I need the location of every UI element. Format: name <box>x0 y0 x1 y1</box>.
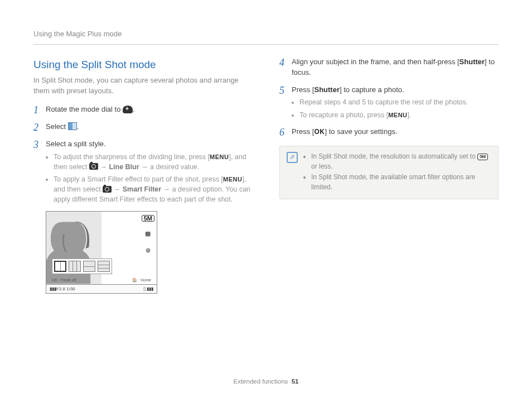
note-box: In Split Shot mode, the resolution is au… <box>279 146 499 199</box>
step-number: 3 <box>33 137 38 152</box>
step-1: 1 Rotate the mode dial to . <box>33 104 253 115</box>
step-number: 1 <box>33 103 38 117</box>
step-3: 3 Select a split style. To adjust the sh… <box>33 139 253 204</box>
step-text-post: . <box>77 122 79 131</box>
t: ]. <box>408 111 412 119</box>
step-number: 2 <box>33 120 38 135</box>
section-title: Using the Split Shot mode <box>33 57 253 73</box>
illus-status-bar: ▮▮▮ F2.8 1/30 ▯ ▮▮▮ <box>46 284 157 293</box>
camera-screen-illustration: 5M ▦ ⊛ OK : Panel off 🏠 : Home <box>46 211 157 294</box>
step-text: Rotate the mode dial to <box>46 105 123 113</box>
t: a desired value. <box>150 163 199 171</box>
arrow: → <box>139 163 150 171</box>
step-4: 4 Align your subject in the frame, and t… <box>279 57 499 78</box>
step-2: 2 Select . <box>33 122 253 132</box>
t: To adjust the sharpness of the dividing … <box>54 153 210 161</box>
note-2: In Split Shot mode, the available smart … <box>311 173 491 192</box>
menu-label: MENU <box>223 176 242 183</box>
split-shot-icon <box>68 122 77 130</box>
arrow: → <box>98 163 109 171</box>
side-status-icons: 5M ▦ ⊛ <box>142 215 154 255</box>
footer-section: Extended functions <box>233 378 288 385</box>
hint-row: OK : Panel off 🏠 : Home <box>52 277 151 283</box>
shutter-label: Shutter <box>314 85 340 94</box>
t: Align your subject in the frame, and the… <box>292 58 460 66</box>
note-1: In Split Shot mode, the resolution is au… <box>311 152 491 171</box>
step-3-bullet-1: To adjust the sharpness of the dividing … <box>54 152 253 172</box>
resolution-icon: 5M <box>477 154 488 160</box>
storage-icon: ▯ ▮▮▮ <box>143 286 153 293</box>
step-number: 4 <box>279 55 284 70</box>
intro-text: In Split Shot mode, you can capture seve… <box>33 75 253 97</box>
t: Press [ <box>292 127 314 136</box>
shutter-label: Shutter <box>460 58 485 66</box>
hint-home: 🏠 : Home <box>132 277 151 283</box>
step-number: 5 <box>279 83 284 98</box>
flash-icon: ⊛ <box>146 246 151 255</box>
arrow: → <box>161 185 172 193</box>
step-6: 6 Press [OK] to save your settings. <box>279 127 499 137</box>
magic-plus-icon <box>123 106 133 113</box>
menu-label: MENU <box>388 112 407 118</box>
step-text: Select <box>46 122 68 131</box>
battery-left-icon: ▮▮▮ <box>50 286 56 293</box>
step-5-sub1: Repeat steps 4 and 5 to capture the rest… <box>299 97 499 107</box>
layout-options <box>52 259 112 274</box>
step-number: 6 <box>279 125 284 140</box>
smart-filter-label: Smart Filter <box>123 185 161 193</box>
menu-label: MENU <box>210 154 229 160</box>
t: To apply a Smart Filter effect to part o… <box>54 175 223 183</box>
step-text: Select a split style. <box>46 140 106 148</box>
right-column: 4 Align your subject in the frame, and t… <box>279 57 499 294</box>
page-number: 51 <box>292 378 299 385</box>
t: ] to capture a photo. <box>340 85 404 94</box>
page-footer: Extended functions 51 <box>0 377 532 386</box>
layout-v3 <box>69 261 81 272</box>
t: In Split Shot mode, the resolution is au… <box>311 152 477 160</box>
layout-h2 <box>83 261 95 272</box>
step-5: 5 Press [Shutter] to capture a photo. Re… <box>279 85 499 120</box>
t: To recapture a photo, press [ <box>299 111 388 119</box>
ok-label: OK <box>314 128 325 136</box>
step-3-bullet-2: To apply a Smart Filter effect to part o… <box>54 174 253 204</box>
arrow: → <box>112 185 122 193</box>
divider <box>33 44 499 45</box>
left-column: Using the Split Shot mode In Split Shot … <box>33 57 253 294</box>
quality-icon: ▦ <box>145 229 151 238</box>
resolution-icon: 5M <box>142 215 154 222</box>
t: or less. <box>311 162 333 170</box>
layout-h3 <box>98 261 110 272</box>
line-blur-label: Line Blur <box>109 163 139 171</box>
camera-icon <box>89 163 98 170</box>
t: ] to save your settings. <box>325 127 397 136</box>
t: Press [ <box>292 85 314 94</box>
step-5-sub2: To recapture a photo, press [MENU]. <box>299 110 499 120</box>
step-text-post: . <box>133 105 135 113</box>
exposure-readout: F2.8 1/30 <box>56 286 75 293</box>
hint-ok: OK : Panel off <box>52 277 76 283</box>
camera-icon <box>103 186 112 193</box>
layout-v2 <box>54 261 66 272</box>
breadcrumb: Using the Magic Plus mode <box>33 29 499 40</box>
note-icon <box>287 152 298 163</box>
